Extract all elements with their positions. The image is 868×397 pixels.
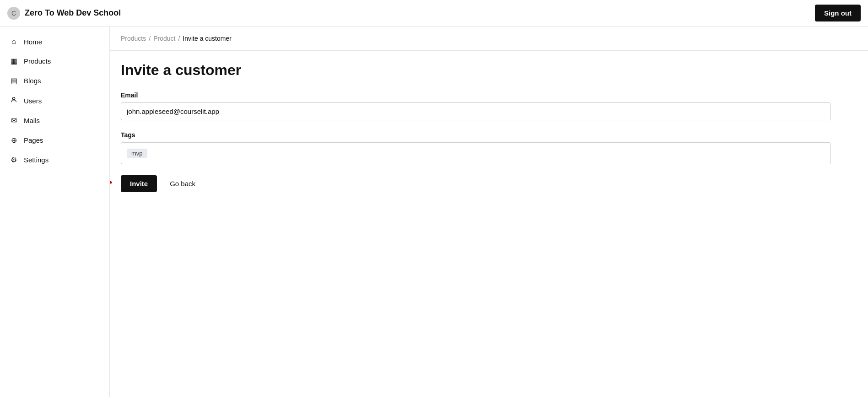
breadcrumb-product[interactable]: Product: [153, 35, 175, 42]
email-label: Email: [121, 91, 831, 99]
settings-icon: ⚙: [9, 156, 18, 164]
app-title: Zero To Web Dev School: [25, 8, 121, 18]
sidebar-item-settings[interactable]: ⚙ Settings: [0, 150, 109, 170]
sidebar-item-users[interactable]: Users: [0, 91, 109, 111]
tags-form-group: Tags mvp: [121, 131, 831, 164]
button-row: Invite Go back: [121, 175, 831, 192]
home-icon: ⌂: [9, 38, 18, 46]
sidebar-item-mails[interactable]: ✉ Mails: [0, 111, 109, 130]
invite-button[interactable]: Invite: [121, 175, 157, 192]
breadcrumb-current: Invite a customer: [183, 35, 232, 42]
tags-label: Tags: [121, 131, 831, 139]
breadcrumb: Products / Product / Invite a customer: [110, 27, 868, 51]
mails-icon: ✉: [9, 116, 18, 125]
sidebar-label-settings: Settings: [24, 156, 49, 164]
tags-field[interactable]: mvp: [121, 142, 831, 164]
sidebar-item-home[interactable]: ⌂ Home: [0, 32, 109, 51]
users-icon: [9, 96, 18, 105]
red-arrow-icon: [110, 172, 116, 194]
logo-icon: C: [7, 7, 20, 20]
sidebar-label-blogs: Blogs: [24, 77, 41, 85]
sidebar-label-home: Home: [24, 38, 42, 46]
arrow-indicator: [110, 172, 116, 196]
sidebar-label-users: Users: [24, 97, 42, 105]
sign-out-button[interactable]: Sign out: [815, 5, 861, 21]
products-icon: ▦: [9, 57, 18, 65]
breadcrumb-sep-2: /: [178, 35, 180, 42]
page-content: Invite a customer Email Tags mvp: [110, 51, 842, 203]
main-content: Products / Product / Invite a customer I…: [110, 27, 868, 397]
email-field[interactable]: [121, 102, 831, 120]
breadcrumb-products[interactable]: Products: [121, 35, 146, 42]
header-left: C Zero To Web Dev School: [7, 7, 121, 20]
sidebar: ⌂ Home ▦ Products ▤ Blogs Users ✉ Mails …: [0, 27, 110, 397]
sidebar-label-mails: Mails: [24, 117, 40, 124]
tag-chip-mvp: mvp: [127, 149, 147, 158]
header: C Zero To Web Dev School Sign out: [0, 0, 868, 27]
sidebar-item-pages[interactable]: ⊕ Pages: [0, 130, 109, 150]
breadcrumb-sep-1: /: [149, 35, 151, 42]
email-form-group: Email: [121, 91, 831, 120]
sidebar-item-products[interactable]: ▦ Products: [0, 51, 109, 71]
pages-icon: ⊕: [9, 136, 18, 145]
svg-point-0: [12, 97, 15, 100]
sidebar-label-products: Products: [24, 57, 51, 65]
sidebar-label-pages: Pages: [24, 136, 43, 144]
sidebar-item-blogs[interactable]: ▤ Blogs: [0, 71, 109, 91]
blogs-icon: ▤: [9, 76, 18, 85]
page-title: Invite a customer: [121, 62, 831, 79]
go-back-button[interactable]: Go back: [162, 175, 203, 192]
layout: ⌂ Home ▦ Products ▤ Blogs Users ✉ Mails …: [0, 27, 868, 397]
